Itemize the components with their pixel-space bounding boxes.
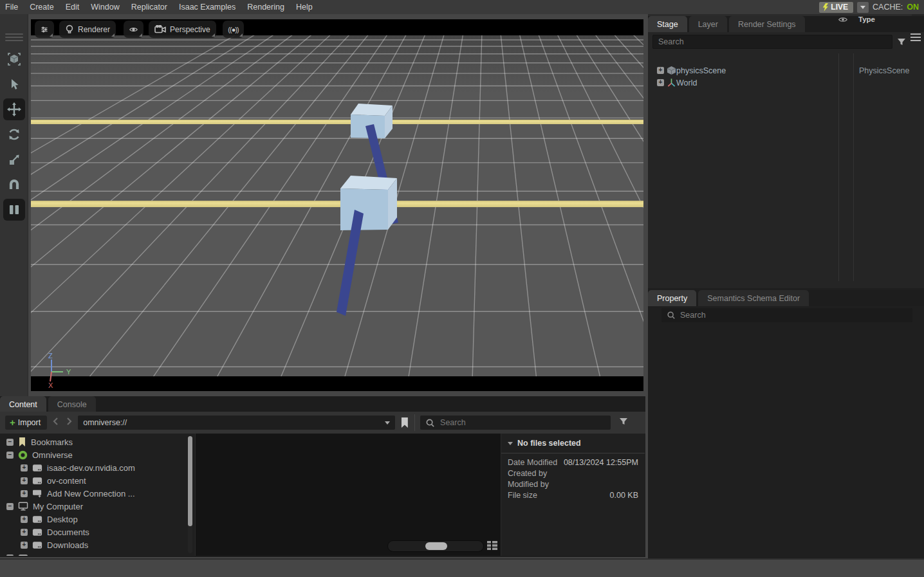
waypoint-button[interactable]: ((●)) [223, 21, 244, 38]
snap-tool-button[interactable] [3, 174, 25, 196]
tree-item-add-connection[interactable]: + Add New Connection ... [21, 487, 135, 500]
axis-x-label: X [48, 381, 53, 389]
expand-plus-icon[interactable]: + [657, 67, 664, 74]
camera-button[interactable]: Perspective [149, 21, 216, 38]
content-filter-button[interactable] [618, 416, 629, 429]
filter-funnel-icon [618, 416, 629, 426]
path-bar[interactable]: omniverse:// [78, 416, 395, 430]
toolbar-grip-icon[interactable] [5, 33, 23, 35]
mesh-cube-icon [667, 66, 676, 75]
tab-console[interactable]: Console [48, 396, 96, 412]
expand-plus-icon[interactable]: + [21, 464, 28, 472]
menu-isaac-examples[interactable]: Isaac Examples [179, 3, 236, 12]
collapse-minus-icon[interactable]: − [6, 503, 14, 510]
chevron-down-icon [860, 6, 865, 9]
prim-type: PhysicsScene [859, 66, 910, 75]
stage-row-world[interactable]: + World [652, 77, 916, 89]
expand-plus-icon[interactable]: + [21, 477, 28, 484]
file-grid-area[interactable] [195, 434, 501, 556]
tree-item-server[interactable]: + isaac-dev.ov.nvidia.com [21, 461, 135, 474]
property-search-input[interactable] [680, 308, 892, 322]
menu-help[interactable]: Help [296, 3, 313, 12]
scrollbar-thumb[interactable] [188, 436, 192, 526]
menu-rendering[interactable]: Rendering [247, 3, 284, 12]
selection-header[interactable]: No files selected [508, 439, 638, 448]
import-label: Import [18, 418, 41, 427]
back-button[interactable] [52, 417, 60, 428]
tree-item-my-computer[interactable]: − My Computer [6, 500, 83, 513]
prim-name: World [676, 78, 697, 87]
viewport-settings-button[interactable] [35, 21, 54, 38]
stage-filter-button[interactable] [896, 37, 907, 50]
computer-icon [18, 502, 28, 511]
content-tree: − Bookmarks − Omniverse + [0, 434, 195, 556]
live-button[interactable]: LIVE [819, 2, 853, 13]
expand-plus-icon[interactable]: + [657, 79, 664, 86]
menu-create[interactable]: Create [30, 3, 54, 12]
slider-thumb[interactable] [425, 542, 447, 550]
forward-button[interactable] [65, 417, 73, 428]
tree-item-clipped: − [6, 551, 28, 556]
prim-name: physicsScene [676, 66, 726, 75]
tab-semantics-schema-editor[interactable]: Semantics Schema Editor [698, 290, 809, 306]
content-tabbar: Content Console [0, 396, 645, 412]
stage-row-physicsscene[interactable]: + physicsScene PhysicsScene [652, 64, 916, 77]
cartpole-cart-near[interactable] [340, 176, 397, 230]
cursor-select-button[interactable] [3, 73, 25, 95]
tree-item-downloads[interactable]: + Downloads [21, 538, 88, 551]
tab-property[interactable]: Property [648, 290, 696, 306]
detail-modified-by: Modified by [508, 479, 638, 490]
pause-button[interactable] [3, 199, 25, 221]
tree-label: Add New Connection ... [47, 489, 135, 499]
menu-window[interactable]: Window [91, 3, 119, 12]
property-tabbar: Property Semantics Schema Editor [648, 290, 924, 306]
import-button[interactable]: + Import [5, 416, 47, 430]
expand-plus-icon[interactable]: + [21, 490, 28, 497]
renderer-label: Renderer [78, 25, 110, 34]
omniverse-ring-icon [18, 450, 28, 460]
rotate-tool-button[interactable] [3, 124, 25, 145]
toolbar-grip-icon [5, 40, 23, 41]
content-search-field[interactable] [420, 416, 611, 430]
collapse-minus-icon[interactable]: − [6, 452, 14, 459]
renderer-button[interactable]: Renderer [59, 21, 116, 38]
grid-view-toggle[interactable] [486, 540, 499, 553]
collapse-minus-icon[interactable]: − [6, 439, 14, 446]
tree-item-documents[interactable]: + Documents [21, 526, 89, 538]
column-type-header[interactable]: Type [858, 15, 875, 23]
path-dropdown-icon[interactable] [385, 421, 390, 425]
tree-item-desktop[interactable]: + Desktop [21, 513, 78, 526]
menu-file[interactable]: File [5, 3, 18, 12]
viewport-3d[interactable]: Z Y X Renderer [31, 19, 643, 391]
select-mode-button[interactable] [3, 48, 25, 70]
tab-layer[interactable]: Layer [689, 16, 727, 32]
tree-item-bookmarks[interactable]: − Bookmarks [6, 435, 73, 448]
cartpole-rail-far [31, 120, 643, 124]
expand-plus-icon[interactable]: + [21, 542, 28, 549]
scale-tool-button[interactable] [3, 149, 25, 170]
property-search-field[interactable] [661, 308, 912, 322]
detail-file-size: File size 0.00 KB [508, 490, 638, 501]
tab-content[interactable]: Content [0, 396, 46, 412]
content-search-input[interactable] [440, 418, 582, 427]
menu-edit[interactable]: Edit [66, 3, 80, 12]
expand-plus-icon[interactable]: + [21, 529, 28, 536]
tree-label: ov-content [47, 476, 86, 486]
bookmark-icon[interactable] [400, 417, 409, 428]
move-icon [6, 102, 22, 117]
live-dropdown-button[interactable] [857, 2, 869, 13]
expand-plus-icon[interactable]: + [21, 516, 28, 523]
tree-item-server[interactable]: + ov-content [21, 474, 86, 487]
tab-render-settings[interactable]: Render Settings [729, 16, 805, 32]
menu-replicator[interactable]: Replicator [131, 3, 167, 12]
move-tool-button[interactable] [3, 98, 25, 120]
visibility-button[interactable] [124, 21, 143, 38]
stage-search-input[interactable] [652, 35, 892, 49]
bookmark-icon [18, 437, 26, 447]
tree-item-omniverse[interactable]: − Omniverse [6, 448, 73, 461]
tree-scrollbar[interactable] [188, 436, 192, 553]
search-icon [425, 418, 435, 428]
server-drive-icon [32, 464, 42, 472]
tab-stage[interactable]: Stage [648, 16, 687, 32]
thumbnail-size-slider[interactable] [387, 540, 484, 552]
